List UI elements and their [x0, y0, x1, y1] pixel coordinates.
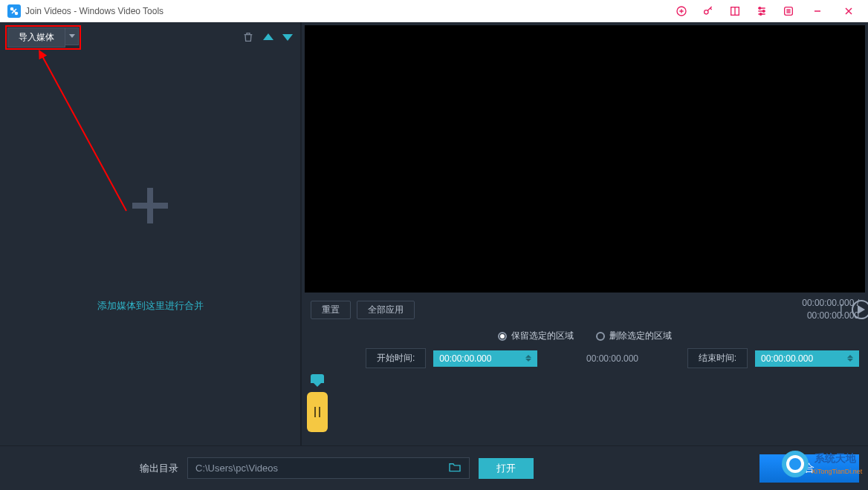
- move-up-icon[interactable]: [263, 33, 273, 41]
- remove-region-label: 删除选定的区域: [609, 330, 672, 342]
- reset-button[interactable]: 重置: [311, 301, 351, 319]
- cart-icon[interactable]: [673, 3, 690, 19]
- media-panel: 导入媒体 添加媒体到这里进行合并: [0, 22, 302, 445]
- output-dir-label: 输出目录: [140, 462, 178, 475]
- timeline[interactable]: [305, 374, 865, 445]
- menu-icon[interactable]: [780, 3, 797, 19]
- key-icon[interactable]: [700, 3, 716, 19]
- svg-point-7: [762, 10, 765, 12]
- radio-icon: [498, 332, 507, 341]
- browse-folder-icon[interactable]: [448, 462, 461, 474]
- minimize-button[interactable]: [807, 3, 828, 19]
- open-folder-button[interactable]: 打开: [479, 458, 534, 479]
- video-preview[interactable]: [305, 25, 865, 293]
- mark-in-icon[interactable]: [: [837, 303, 846, 316]
- keep-region-label: 保留选定的区域: [511, 330, 574, 342]
- playback-controls: 重置 全部应用 [ ] 00:00:00.000 / 00:00:00.000: [302, 293, 868, 327]
- play-button[interactable]: [852, 300, 868, 319]
- remove-region-radio[interactable]: 删除选定的区域: [596, 330, 672, 342]
- titlebar: Join Videos - Windows Video Tools: [0, 0, 868, 22]
- bottom-bar: 输出目录 C:\Users\pc\Videos 打开 合: [0, 445, 868, 490]
- start-time-label: 开始时间:: [366, 348, 426, 368]
- region-mode-row: 保留选定的区域 删除选定的区域: [302, 327, 868, 348]
- apply-all-button[interactable]: 全部应用: [357, 301, 415, 319]
- import-media-button[interactable]: 导入媒体: [7, 27, 65, 48]
- spinner-icon[interactable]: [847, 355, 853, 362]
- trim-handle[interactable]: [311, 374, 328, 432]
- import-dropdown-toggle[interactable]: [65, 27, 79, 45]
- layout-icon[interactable]: [727, 3, 743, 19]
- app-icon: [7, 4, 21, 18]
- svg-point-0: [11, 7, 13, 10]
- output-path-input[interactable]: C:\Users\pc\Videos: [187, 457, 470, 479]
- merge-button[interactable]: 合: [760, 454, 859, 483]
- output-path-text: C:\Users\pc\Videos: [195, 463, 278, 474]
- window-title: Join Videos - Windows Video Tools: [25, 6, 163, 16]
- svg-line-14: [42, 55, 126, 211]
- svg-point-1: [16, 12, 18, 14]
- radio-icon: [596, 332, 605, 341]
- svg-point-6: [759, 7, 761, 9]
- svg-point-3: [705, 10, 708, 13]
- svg-point-8: [760, 13, 762, 15]
- close-button[interactable]: [838, 3, 859, 19]
- arrow-annotation: [31, 45, 135, 215]
- trim-grip-icon[interactable]: [307, 392, 328, 432]
- drop-hint-text: 添加媒体到这里进行合并: [97, 299, 204, 313]
- time-range-row: 开始时间: 00:00:00.000 00:00:00.000 结束时间: 00…: [302, 348, 868, 374]
- main-area: 导入媒体 添加媒体到这里进行合并: [0, 22, 868, 445]
- media-drop-zone[interactable]: 添加媒体到这里进行合并: [0, 49, 300, 445]
- plus-icon: [126, 182, 174, 232]
- end-time-input[interactable]: 00:00:00.000: [755, 350, 859, 367]
- spinner-icon[interactable]: [525, 355, 531, 362]
- sliders-icon[interactable]: [754, 3, 770, 19]
- trash-icon[interactable]: [242, 31, 254, 43]
- media-toolbar: 导入媒体: [0, 22, 300, 49]
- preview-panel: 重置 全部应用 [ ] 00:00:00.000 / 00:00:00.000 …: [302, 22, 868, 445]
- start-time-input[interactable]: 00:00:00.000: [433, 350, 537, 367]
- move-down-icon[interactable]: [282, 33, 293, 41]
- end-time-label: 结束时间:: [687, 348, 748, 368]
- keep-region-radio[interactable]: 保留选定的区域: [498, 330, 574, 342]
- center-time-display: 00:00:00.000: [586, 353, 638, 364]
- playhead-icon: [311, 374, 324, 383]
- titlebar-actions: [673, 3, 865, 19]
